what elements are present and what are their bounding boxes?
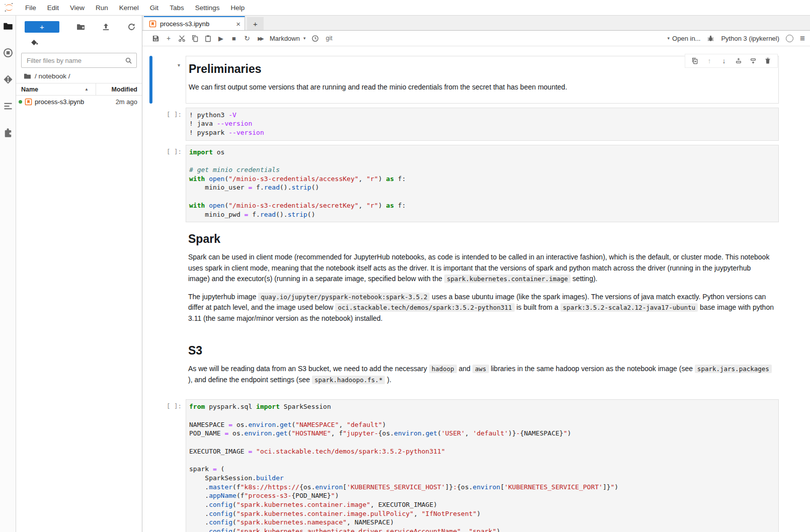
markdown-paragraph: The jupyterhub image quay.io/jupyter/pys… <box>188 292 774 324</box>
copy-icon[interactable] <box>188 33 201 44</box>
history-clock-icon[interactable] <box>309 33 322 44</box>
cell-toolbar: ↑ ↓ <box>685 54 778 68</box>
cut-icon[interactable] <box>175 33 188 44</box>
markdown-cell[interactable]: SparkSpark can be used in client mode (r… <box>142 226 810 334</box>
cell-gutter <box>142 226 186 334</box>
running-kernels-icon[interactable] <box>3 48 13 58</box>
selected-cell-indicator <box>149 56 152 104</box>
upload-icon[interactable] <box>102 23 110 31</box>
code-line <box>189 438 774 447</box>
code-line <box>189 411 774 420</box>
rendered-markdown-cell[interactable]: S3As we will be reading data from an S3 … <box>186 338 779 395</box>
restart-kernel-icon[interactable]: ↻ <box>240 33 254 44</box>
new-launcher-button[interactable]: + <box>25 21 59 33</box>
code-line: from pyspark.sql import SparkSession <box>189 402 774 411</box>
insert-cell-above-icon[interactable] <box>734 56 744 66</box>
section-heading: Spark <box>188 232 774 246</box>
code-line: ! java --version <box>189 119 774 128</box>
cell-type-dropdown[interactable]: Markdown ▾ <box>270 35 306 42</box>
close-tab-icon[interactable]: × <box>236 20 240 28</box>
file-filter-input[interactable] <box>26 56 125 65</box>
code-line: NAMESPACE = os.environ.get("NAMESPACE", … <box>189 420 774 429</box>
duplicate-cell-icon[interactable] <box>690 56 700 66</box>
markdown-paragraph: As we will be reading data from an S3 bu… <box>188 364 774 385</box>
menu-settings[interactable]: Settings <box>190 4 225 12</box>
breadcrumb-path[interactable]: / notebook / <box>35 72 70 80</box>
breadcrumb[interactable]: / notebook / <box>24 72 136 80</box>
search-icon <box>125 57 132 64</box>
code-editor[interactable]: import os # get minio credentialswith op… <box>186 145 779 223</box>
extension-manager-icon[interactable] <box>3 128 13 138</box>
column-modified[interactable]: Modified <box>96 86 142 93</box>
column-name[interactable]: Name ▲ <box>16 83 96 95</box>
git-toolbar-label[interactable]: git <box>326 35 333 42</box>
menu-bar: File Edit View Run Kernel Git Tabs Setti… <box>0 0 810 16</box>
move-cell-up-icon[interactable]: ↑ <box>704 56 714 66</box>
markdown-paragraph: We can first output some versions that a… <box>189 82 773 93</box>
menu-file[interactable]: File <box>20 4 42 12</box>
code-line: ! python3 -V <box>189 111 774 120</box>
git-icon[interactable] <box>3 74 13 84</box>
file-list-item[interactable]: process-s3.ipynb 2m ago <box>16 96 142 108</box>
menu-kernel[interactable]: Kernel <box>114 4 144 12</box>
code-line <box>189 192 774 201</box>
tab-process-s3[interactable]: process-s3.ipynb × <box>144 16 245 30</box>
file-browser-git-row <box>31 39 142 46</box>
debugger-bug-icon[interactable] <box>707 35 714 42</box>
rendered-markdown-cell[interactable]: SparkSpark can be used in client mode (r… <box>186 226 779 334</box>
refresh-icon[interactable] <box>127 23 136 31</box>
inline-code: spark.hadoopo.fs.* <box>312 376 385 384</box>
cell-gutter: ▾ <box>142 56 186 104</box>
new-tab-button[interactable]: + <box>247 17 264 30</box>
interrupt-kernel-icon[interactable]: ■ <box>227 33 240 44</box>
move-cell-down-icon[interactable]: ↓ <box>719 56 729 66</box>
table-of-contents-icon[interactable] <box>3 101 13 111</box>
kernel-status-icon[interactable] <box>786 35 793 42</box>
restart-run-all-icon[interactable]: ▶▶ <box>254 33 267 44</box>
file-modified: 2m ago <box>116 98 142 106</box>
run-cell-icon[interactable]: ▶ <box>214 33 227 44</box>
save-icon[interactable] <box>149 33 162 44</box>
code-line: .config("spark.kubernetes.namespace", NA… <box>189 518 774 527</box>
markdown-paragraph: Spark can be used in client mode (recomm… <box>188 252 774 285</box>
code-cell[interactable]: [ ]:import os # get minio credentialswit… <box>142 145 810 223</box>
code-line: EXECUTOR_IMAGE = "oci.stackable.tech/dem… <box>189 447 774 456</box>
menu-edit[interactable]: Edit <box>42 4 64 12</box>
new-folder-icon[interactable] <box>76 23 85 31</box>
code-editor[interactable]: ! python3 -V! java --version! pyspark --… <box>186 108 779 141</box>
files-icon[interactable] <box>3 21 13 31</box>
code-cell[interactable]: [ ]:from pyspark.sql import SparkSession… <box>142 399 810 532</box>
code-line: minio_pwd = f.read().strip() <box>189 210 774 219</box>
cell-gutter: [ ]: <box>142 145 186 223</box>
sort-ascending-icon[interactable]: ▲ <box>85 87 89 92</box>
code-cell[interactable]: [ ]:! python3 -V! java --version! pyspar… <box>142 108 810 141</box>
notebook-content: ↑ ↓ ▾PreliminariesWe can first output so… <box>142 46 810 532</box>
toolbar-overflow-icon[interactable]: ≡ <box>800 34 805 43</box>
cell-gutter: [ ]: <box>142 399 186 532</box>
markdown-cell[interactable]: S3As we will be reading data from an S3 … <box>142 338 810 395</box>
code-line: .appName(f"process-s3-{POD_NAME}") <box>189 491 774 500</box>
paste-icon[interactable] <box>201 33 214 44</box>
inline-code: spark.kubernetes.container.image <box>444 275 571 283</box>
folder-icon <box>24 72 31 80</box>
heading-collapser-icon[interactable]: ▾ <box>178 62 180 68</box>
insert-cell-below-icon[interactable] <box>748 56 758 66</box>
menu-git[interactable]: Git <box>144 4 164 12</box>
menu-view[interactable]: View <box>64 4 90 12</box>
kernel-running-dot <box>19 100 22 104</box>
code-line <box>189 156 774 165</box>
file-browser-toolbar: + <box>25 21 136 33</box>
menu-tabs[interactable]: Tabs <box>164 4 190 12</box>
file-filter-box <box>21 53 137 68</box>
code-editor[interactable]: from pyspark.sql import SparkSession NAM… <box>186 399 779 532</box>
git-clone-icon[interactable] <box>31 39 38 46</box>
activity-bar <box>0 16 16 532</box>
code-line: ! pyspark --version <box>189 128 774 137</box>
kernel-name-button[interactable]: Python 3 (ipykernel) <box>721 35 779 42</box>
open-in-dropdown[interactable]: ▾ Open in... <box>668 35 701 42</box>
delete-cell-icon[interactable] <box>763 56 773 66</box>
menu-help[interactable]: Help <box>225 4 250 12</box>
inline-code: quay.io/jupyter/pyspark-notebook:spark-3… <box>258 293 430 301</box>
insert-cell-icon[interactable]: + <box>162 33 175 44</box>
menu-run[interactable]: Run <box>90 4 114 12</box>
